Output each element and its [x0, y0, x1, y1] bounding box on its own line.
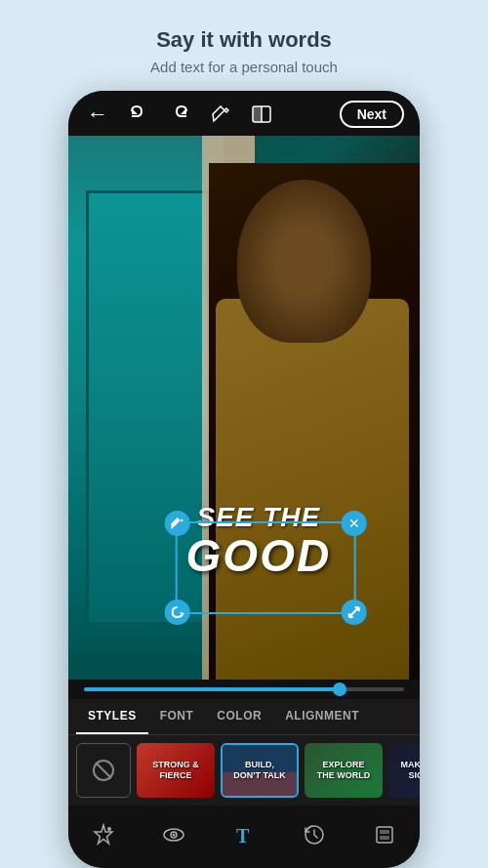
slider-thumb[interactable] [333, 682, 346, 696]
handle-close[interactable]: ✕ [342, 511, 367, 536]
phone-frame: ← [68, 91, 420, 868]
text-tool-button[interactable]: T [224, 815, 264, 854]
svg-point-11 [107, 827, 111, 831]
svg-line-9 [96, 763, 111, 778]
text-selection-box[interactable]: ✕ [176, 521, 356, 614]
history-button[interactable] [295, 815, 334, 854]
bottom-toolbar: T [68, 806, 420, 868]
preset-label-2: BUILD,DON'T TALK [233, 760, 285, 781]
style-presets: STRONG &FIERCE BUILD,DON'T TALK EXPLORET… [68, 735, 420, 806]
preset-label-1: STRONG &FIERCE [152, 760, 199, 781]
styles-tabs: STYLES FONT COLOR ALIGNMENT [68, 699, 420, 735]
photo-person-shirt [216, 299, 409, 680]
preset-explore-world[interactable]: EXPLORETHE WORLD [305, 743, 383, 798]
svg-point-14 [173, 834, 176, 837]
header-title: Say it with words [150, 27, 338, 53]
header: Say it with words Add text for a persona… [131, 0, 357, 91]
preset-none[interactable] [76, 743, 131, 798]
compare-button[interactable] [248, 101, 275, 128]
handle-rotate[interactable] [165, 599, 190, 625]
preset-strong-fierce[interactable]: STRONG &FIERCE [137, 743, 215, 798]
next-button[interactable]: Next [340, 101, 404, 128]
photo-person-head [237, 180, 371, 343]
tab-color[interactable]: COLOR [205, 699, 273, 734]
svg-text:T: T [236, 825, 250, 847]
top-bar-left: ← [84, 101, 275, 128]
styles-panel: STYLES FONT COLOR ALIGNMENT STRONG &FIER… [68, 699, 420, 806]
top-bar: ← [68, 91, 420, 136]
slider-track[interactable] [84, 687, 404, 691]
preset-label-3: EXPLORETHE WORLD [317, 760, 371, 781]
back-button[interactable]: ← [84, 101, 111, 128]
top-bar-right: Next [340, 101, 404, 128]
svg-rect-18 [380, 830, 389, 834]
tab-styles[interactable]: STYLES [76, 699, 148, 734]
edit-icon-button[interactable] [207, 101, 234, 128]
handle-edit[interactable] [165, 511, 190, 536]
svg-rect-17 [377, 827, 392, 843]
slider-fill [84, 687, 340, 691]
preset-build-dont-talk[interactable]: BUILD,DON'T TALK [221, 743, 299, 798]
preset-label-4: MAKE IT SIGSIGNIFIC [400, 760, 420, 781]
redo-button[interactable] [166, 101, 193, 128]
magic-tool-button[interactable] [84, 815, 123, 854]
image-canvas[interactable]: ✕ SEE THE GOOD [68, 136, 420, 680]
tab-font[interactable]: FONT [148, 699, 206, 734]
layers-button[interactable] [365, 815, 404, 854]
handle-resize[interactable] [342, 599, 367, 625]
svg-rect-19 [380, 836, 389, 840]
header-subtitle: Add text for a personal touch [150, 59, 338, 75]
svg-line-3 [349, 607, 359, 617]
slider-container[interactable] [68, 680, 420, 699]
preview-button[interactable] [154, 815, 193, 854]
preset-make-it[interactable]: MAKE IT SIGSIGNIFIC [388, 743, 420, 798]
tab-alignment[interactable]: ALIGNMENT [273, 699, 371, 734]
svg-rect-2 [253, 106, 262, 122]
undo-button[interactable] [125, 101, 152, 128]
